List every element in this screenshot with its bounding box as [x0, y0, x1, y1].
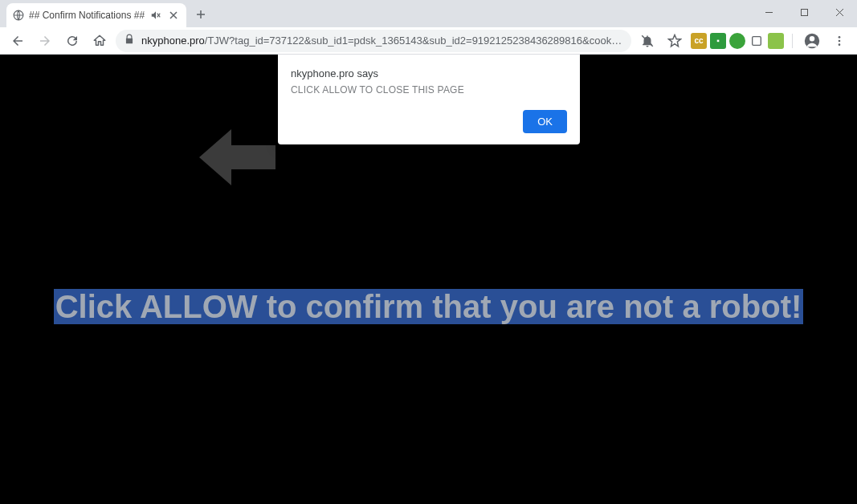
page-content: nkyphone.pro says CLICK ALLOW TO CLOSE T…: [0, 55, 857, 504]
extension-icon[interactable]: [749, 33, 765, 49]
minimize-button[interactable]: [751, 0, 786, 24]
maximize-button[interactable]: [786, 0, 822, 24]
svg-rect-3: [801, 9, 807, 15]
separator: [792, 34, 793, 48]
new-tab-button[interactable]: [190, 3, 212, 26]
arrow-left-icon: [199, 125, 280, 193]
banner: Click ALLOW to confirm that you are not …: [50, 289, 807, 324]
speaker-muted-icon[interactable]: [149, 9, 162, 22]
svg-point-7: [810, 36, 814, 41]
account-icon[interactable]: [801, 30, 823, 52]
browser-title-bar: ## Confirm Notifications ##: [0, 0, 857, 27]
tab-title: ## Confirm Notifications ##: [29, 10, 145, 21]
close-icon[interactable]: [167, 9, 180, 22]
extension-icon[interactable]: [729, 33, 745, 49]
url-path: /TJW?tag_id=737122&sub_id1=pdsk_1365143&…: [205, 35, 623, 47]
forward-button[interactable]: [34, 30, 56, 52]
banner-text: Click ALLOW to confirm that you are not …: [54, 289, 804, 324]
alert-message: CLICK ALLOW TO CLOSE THIS PAGE: [291, 84, 567, 96]
lock-icon: [124, 34, 135, 47]
url-text: nkyphone.pro/TJW?tag_id=737122&sub_id1=p…: [141, 35, 623, 47]
svg-point-9: [839, 39, 841, 42]
globe-icon: [13, 10, 24, 21]
extension-icon[interactable]: cc: [691, 33, 707, 49]
svg-point-8: [839, 36, 841, 39]
menu-button[interactable]: [828, 30, 851, 52]
address-bar[interactable]: nkyphone.pro/TJW?tag_id=737122&sub_id1=p…: [116, 30, 631, 52]
browser-toolbar: nkyphone.pro/TJW?tag_id=737122&sub_id1=p…: [0, 27, 857, 55]
svg-rect-5: [753, 36, 761, 45]
notifications-blocked-icon[interactable]: [636, 30, 659, 52]
extension-icons: cc ▪: [691, 33, 784, 49]
extension-icon[interactable]: ▪: [710, 33, 726, 49]
url-domain: nkyphone.pro: [141, 35, 205, 47]
home-button[interactable]: [88, 30, 111, 52]
reload-button[interactable]: [61, 30, 84, 52]
extension-icon[interactable]: [768, 33, 784, 49]
js-alert-dialog: nkyphone.pro says CLICK ALLOW TO CLOSE T…: [278, 55, 580, 144]
alert-actions: OK: [291, 110, 567, 133]
window-controls: [751, 0, 857, 24]
browser-tab[interactable]: ## Confirm Notifications ##: [6, 3, 186, 27]
alert-ok-button[interactable]: OK: [523, 110, 567, 133]
alert-title: nkyphone.pro says: [291, 67, 567, 79]
back-button[interactable]: [6, 30, 29, 52]
bookmark-star-icon[interactable]: [663, 30, 686, 52]
window-close-button[interactable]: [822, 0, 857, 24]
svg-point-10: [839, 43, 841, 46]
